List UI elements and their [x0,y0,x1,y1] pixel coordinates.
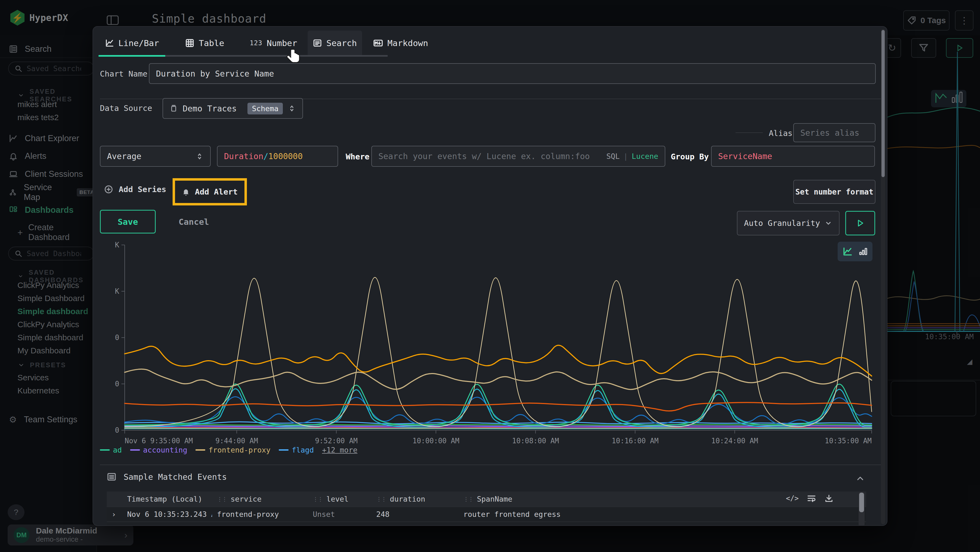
column-header[interactable]: Timestamp (Local) [122,495,212,503]
tab-label: Search [326,38,357,48]
column-header-label: Timestamp (Local) [127,495,202,503]
svg-text:10:08:00 AM: 10:08:00 AM [512,437,559,445]
drag-handle-icon[interactable]: ⋮⋮ [313,496,323,503]
modal-scrollbar-thumb[interactable] [881,30,885,177]
aggregation-value: Average [107,152,141,161]
bell-icon [182,188,190,196]
add-series-label: Add Series [119,185,166,194]
tab-table[interactable]: Table [176,30,233,56]
collapse-chevron-up-icon[interactable] [855,474,865,483]
table-cell: Nov 6 10:35:23.243 AM [122,525,212,526]
edit-chart-modal: Line/Bar Table 123 Number Search Markdow… [92,26,888,526]
data-source-select[interactable]: Demo Traces Schema [162,98,303,119]
add-series-button[interactable]: Add Series [104,185,166,194]
tab-label: Markdown [387,38,428,48]
save-button[interactable]: Save [100,210,156,233]
tab-markdown[interactable]: Markdown [368,30,433,56]
run-chart-button[interactable] [845,211,875,235]
svg-text:10:00:00 AM: 10:00:00 AM [412,437,459,445]
markdown-icon [373,38,383,48]
where-input[interactable] [379,152,606,161]
group-by-field[interactable]: ServiceName [711,146,875,167]
granularity-select[interactable]: Auto Granularity [737,211,840,235]
column-header-label: duration [390,495,425,503]
table-row[interactable]: ›Nov 6 10:35:23.243 AMfrontend-proxyUnse… [107,506,866,522]
chart-name-field[interactable] [149,63,876,84]
sample-events-header: Sample Matched Events [107,472,227,482]
column-header[interactable]: ⋮⋮level [308,495,371,503]
timeseries-chart[interactable]: 04008001.2K1.6KNov 6 9:35:00 AM9:44:00 A… [115,242,877,449]
tab-search[interactable]: Search [308,30,362,56]
row-expander[interactable]: › [107,510,122,518]
legend-label: frontend-proxy [208,446,270,454]
download-icon[interactable] [824,494,834,503]
alias-label: Alias [769,129,792,138]
set-number-format-button[interactable]: Set number format [793,180,875,204]
aggregation-select[interactable]: Average [100,146,211,167]
svg-text:800: 800 [115,333,119,341]
svg-text:1.6K: 1.6K [115,242,119,249]
set-number-format-label: Set number format [795,187,873,196]
table-icon [185,38,194,48]
field-token: / [264,152,269,161]
events-scrollbar[interactable] [859,491,865,526]
line-chart-icon [105,38,114,48]
svg-text:9:44:00 AM: 9:44:00 AM [215,437,258,445]
modal-scrollbar[interactable] [881,29,885,524]
column-header[interactable]: ⋮⋮service [212,495,308,503]
group-by-value: ServiceName [718,152,772,161]
cancel-label: Cancel [178,217,209,227]
mouse-cursor [286,48,302,65]
svg-text:0: 0 [115,426,119,434]
svg-text:10:24:00 AM: 10:24:00 AM [711,437,758,445]
aggregation-field[interactable]: Duration/1000000 [217,146,338,167]
schema-badge: Schema [247,103,283,115]
granularity-value: Auto Granularity [744,219,820,228]
add-alert-button[interactable]: Add Alert [173,178,247,206]
table-body: ›Nov 6 10:35:23.243 AMfrontend-proxyUnse… [107,506,866,526]
legend-item[interactable]: ad [100,446,122,454]
drag-handle-icon[interactable]: ⋮⋮ [376,496,386,503]
tab-label: Number [267,38,297,48]
svg-text:10:16:00 AM: 10:16:00 AM [612,437,659,445]
table-cell: frontend-proxy [212,525,308,526]
legend-item[interactable]: flagd [279,446,314,454]
field-token: Duration [224,152,264,161]
column-header-label: SpanName [477,495,512,503]
drag-handle-icon[interactable]: ⋮⋮ [217,496,227,503]
legend-item[interactable]: accounting [130,446,188,454]
search-list-icon [313,38,322,48]
svg-text:400: 400 [115,380,119,388]
legend-more-link[interactable]: +12 more [322,446,358,454]
select-updown-icon [196,152,204,161]
table-cell: router frontend egress [458,525,866,526]
section-divider [100,464,881,465]
table-row[interactable]: ›Nov 6 10:35:23.243 AMfrontend-proxyUnse… [107,522,866,526]
drag-handle-icon[interactable]: ⋮⋮ [463,496,473,503]
alias-input[interactable] [800,128,869,137]
alias-field[interactable] [793,123,875,142]
code-icon[interactable]: </> [786,494,799,503]
add-alert-label: Add Alert [195,187,238,196]
save-label: Save [118,217,138,227]
data-source-label: Data Source [100,104,152,113]
table-cell: Nov 6 10:35:23.243 AM [122,510,212,518]
legend-label: flagd [292,446,314,454]
wrap-lines-icon[interactable] [807,494,816,503]
legend-swatch [279,449,288,451]
events-scrollbar-thumb[interactable] [859,493,864,512]
sample-events-table: Timestamp (Local)⋮⋮service⋮⋮level⋮⋮durat… [107,491,866,526]
tab-line-bar[interactable]: Line/Bar [99,30,165,56]
lucene-toggle[interactable]: Lucene [632,152,658,161]
column-header[interactable]: ⋮⋮duration [371,495,458,503]
sql-toggle[interactable]: SQL [606,152,620,161]
row-expander[interactable]: › [107,525,122,526]
chart-name-input[interactable] [156,69,869,78]
legend-item[interactable]: frontend-proxy [196,446,270,454]
table-header-row: Timestamp (Local)⋮⋮service⋮⋮level⋮⋮durat… [107,491,866,506]
where-field[interactable]: SQL | Lucene [371,146,665,167]
alias-divider [735,132,763,133]
table-cell: frontend-proxy [212,510,308,518]
cancel-button[interactable]: Cancel [169,210,218,233]
play-icon [856,219,865,228]
